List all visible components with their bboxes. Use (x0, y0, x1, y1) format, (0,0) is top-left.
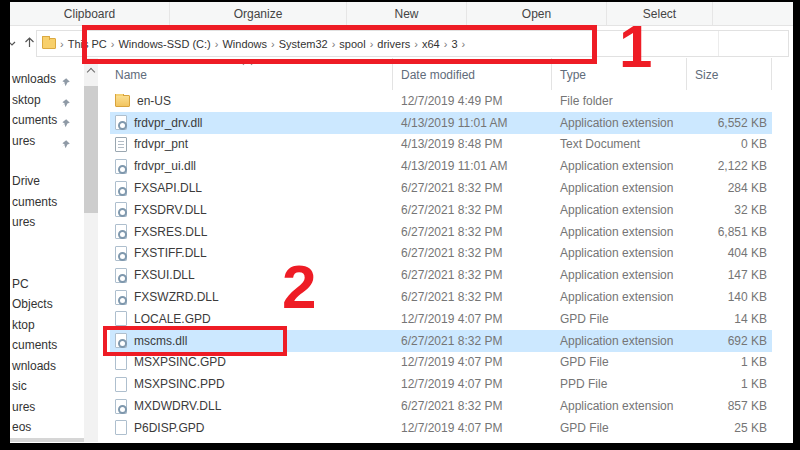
file-size: 857 KB (687, 399, 772, 413)
chevron-down-icon[interactable] (10, 35, 18, 53)
column-header-size[interactable]: Size (687, 58, 772, 90)
file-row[interactable]: FXSTIFF.DLL 6/27/2021 8:32 PM Applicatio… (110, 243, 772, 265)
file-date-modified: 6/27/2021 8:32 PM (393, 334, 552, 348)
ribbon-group-organize: Organize (170, 2, 347, 25)
file-row[interactable]: frdvpr_pnt 4/13/2019 8:48 PM Text Docume… (110, 134, 772, 156)
file-size: 32 KB (687, 203, 772, 217)
sidebar-item[interactable]: ures (10, 212, 88, 233)
file-icon (115, 115, 127, 130)
pin-icon (60, 115, 71, 126)
file-date-modified: 12/7/2019 4:07 PM (393, 355, 552, 369)
sidebar-item-label: cuments (12, 113, 57, 127)
sidebar-item[interactable]: cuments (10, 192, 88, 213)
file-row[interactable]: MXDWDRV.DLL 6/27/2021 8:32 PM Applicatio… (110, 395, 772, 417)
sidebar-item[interactable]: wnloads (10, 69, 88, 90)
file-size: 1 KB (687, 377, 772, 391)
file-row[interactable]: FXSRES.DLL 6/27/2021 8:32 PM Application… (110, 221, 772, 243)
file-icon (115, 224, 127, 239)
file-type: GPD File (552, 355, 687, 369)
file-type: Application extension (552, 181, 687, 195)
file-type: Application extension (552, 246, 687, 260)
sidebar-item[interactable]: Objects (10, 294, 88, 315)
sidebar-item[interactable]: cuments (10, 110, 88, 131)
file-type: Application extension (552, 268, 687, 282)
file-icon (115, 268, 127, 283)
file-row[interactable]: en-US 12/7/2019 4:49 PM File folder (110, 90, 772, 112)
file-name: FXSWZRD.DLL (134, 290, 219, 304)
file-row[interactable]: P6DISP.GPD 12/7/2019 4:07 PM GPD File 25… (110, 417, 772, 439)
folder-icon (42, 38, 56, 49)
file-date-modified: 6/27/2021 8:32 PM (393, 268, 552, 282)
file-size: 14 KB (687, 312, 772, 326)
file-date-modified: 6/27/2021 8:32 PM (393, 399, 552, 413)
file-row[interactable]: FXSWZRD.DLL 6/27/2021 8:32 PM Applicatio… (110, 286, 772, 308)
file-type: GPD File (552, 421, 687, 435)
scrollbar-thumb[interactable] (84, 86, 98, 213)
file-name: MSXPSINC.GPD (134, 355, 226, 369)
file-type: Application extension (552, 159, 687, 173)
sidebar-item[interactable]: ures (10, 397, 88, 418)
file-row[interactable]: P6FONT.GPD 12/7/2019 4:07 PM GPD File 4 … (110, 439, 772, 442)
pin-icon (60, 95, 71, 106)
file-size: 0 KB (687, 137, 772, 151)
file-type: GPD File (552, 312, 687, 326)
file-type: File folder (552, 94, 687, 108)
annotation-number-1: 1 (619, 17, 652, 77)
file-row[interactable]: frdvpr_ui.dll 4/13/2019 11:01 AM Applica… (110, 155, 772, 177)
sidebar-item[interactable]: sktop (10, 90, 88, 111)
file-type: Application extension (552, 203, 687, 217)
sidebar-item[interactable]: ures (10, 131, 88, 152)
sidebar-item-label: ures (12, 400, 35, 414)
sidebar-item[interactable]: cuments (10, 335, 88, 356)
file-type: Application extension (552, 334, 687, 348)
file-row[interactable]: FXSDRV.DLL 6/27/2021 8:32 PM Application… (110, 199, 772, 221)
file-icon (115, 137, 127, 152)
file-icon (115, 202, 127, 217)
pin-icon (60, 136, 71, 147)
file-date-modified: 6/27/2021 8:32 PM (393, 181, 552, 195)
up-arrow-button[interactable] (23, 35, 36, 53)
file-icon (115, 311, 127, 326)
file-date-modified: 6/27/2021 8:32 PM (393, 225, 552, 239)
sidebar-item[interactable]: sic (10, 376, 88, 397)
search-box-divider (718, 31, 719, 56)
file-date-modified: 4/13/2019 11:01 AM (393, 159, 552, 173)
file-size: 6,552 KB (687, 116, 772, 130)
file-name: FXSTIFF.DLL (134, 246, 207, 260)
file-row[interactable]: FXSAPI.DLL 6/27/2021 8:32 PM Application… (110, 177, 772, 199)
ribbon-spacer (713, 2, 793, 25)
sidebar-item-label: cuments (12, 195, 57, 209)
file-type: PPD File (552, 377, 687, 391)
sidebar-item[interactable]: wnloads (10, 356, 88, 377)
file-date-modified: 6/27/2021 8:32 PM (393, 246, 552, 260)
sidebar-item[interactable]: Drive (10, 171, 88, 192)
sidebar-item[interactable]: eos (10, 417, 88, 438)
file-name: frdvpr_pnt (134, 137, 188, 151)
sidebar-scrollbar[interactable] (84, 58, 98, 442)
file-size: 404 KB (687, 246, 772, 260)
file-name: FXSDRV.DLL (134, 203, 207, 217)
file-size: 147 KB (687, 268, 772, 282)
file-date-modified: 6/27/2021 8:32 PM (393, 203, 552, 217)
sidebar-item[interactable]: PC (10, 274, 88, 295)
file-icon (115, 246, 127, 261)
file-date-modified: 4/13/2019 8:48 PM (393, 137, 552, 151)
file-name: P6DISP.GPD (134, 421, 204, 435)
sidebar-item[interactable]: dows-SSD (C (10, 438, 88, 443)
file-size: 692 KB (687, 334, 772, 348)
file-list-area: NameDate modifiedTypeSize en-US 12/7/201… (110, 58, 793, 442)
scroll-up-icon[interactable] (87, 68, 95, 76)
file-row[interactable]: MSXPSINC.PPD 12/7/2019 4:07 PM PPD File … (110, 373, 772, 395)
file-row[interactable]: frdvpr_drv.dll 4/13/2019 11:01 AM Applic… (110, 112, 772, 134)
sidebar-item-label: ktop (12, 318, 35, 332)
file-name: MSXPSINC.PPD (134, 377, 225, 391)
file-name: FXSRES.DLL (134, 225, 207, 239)
file-icon (115, 95, 130, 107)
annotation-box-step-2 (103, 326, 287, 356)
file-row[interactable]: FXSUI.DLL 6/27/2021 8:32 PM Application … (110, 264, 772, 286)
file-icon (115, 420, 127, 435)
sidebar-item[interactable]: ktop (10, 315, 88, 336)
file-name: MXDWDRV.DLL (134, 399, 221, 413)
sidebar-item-label: PC (12, 277, 29, 291)
sidebar-item-label: eos (12, 420, 31, 434)
